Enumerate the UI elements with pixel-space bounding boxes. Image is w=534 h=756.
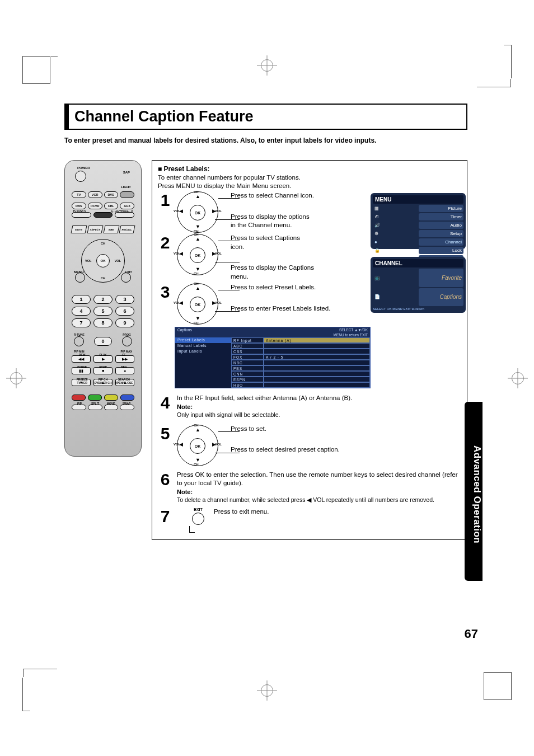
registration-mark: [10, 372, 22, 384]
intro-text: To enter preset and manual labels for de…: [64, 137, 467, 144]
vol-r: VOL: [115, 259, 121, 262]
key-2: 2: [93, 295, 113, 304]
step-num: 3: [158, 283, 172, 301]
step-num: 6: [158, 471, 172, 489]
ct-left: [175, 382, 231, 388]
aspect-btn: ASPECT: [87, 226, 103, 233]
step-1b: Press to display the options in the Chan…: [231, 213, 315, 230]
keypad: 1 2 3 4 5 6 7 8 9: [72, 295, 134, 327]
ct-cell: [264, 349, 370, 354]
crop-mark: [504, 45, 512, 78]
vcr-btn: VCR: [88, 191, 102, 198]
ct-hdr-r1: SELECT ▲▼/OK: [339, 328, 368, 332]
ct-cell: CNN: [231, 371, 264, 377]
note-text: Only input with signal will be selectabl…: [177, 411, 461, 419]
ct-left: [175, 371, 231, 377]
aux-btn: AUX: [120, 203, 134, 209]
menu-btn: [75, 273, 85, 283]
key-0: 0: [94, 337, 112, 346]
step-num: 4: [158, 394, 172, 412]
ct-cell: [264, 360, 370, 365]
step-num: 5: [158, 425, 172, 443]
step-4-body: In the RF Input field, select either Ant…: [177, 394, 461, 403]
step-7a: Press to exit menu.: [214, 508, 461, 516]
step-3: 3 OK CHCH VOLVOL ▲▼◀▶ Press to select Pr…: [158, 283, 461, 323]
exit-btn: [121, 273, 131, 283]
step-1a: Press to select Channel icon.: [231, 191, 315, 200]
key-5: 5: [93, 307, 113, 316]
step-5b: Press to select desired preset caption.: [231, 445, 461, 454]
ct-left: Input Labels: [175, 349, 231, 354]
ct-cell: ABC: [231, 343, 264, 349]
ct-cell: Antenna (A): [264, 337, 370, 343]
vol-l: VOL: [85, 259, 91, 262]
key-6: 6: [115, 307, 134, 316]
key-4: 4: [72, 307, 91, 316]
step-num: 2: [158, 234, 172, 252]
page-title: Channel Caption Feature: [74, 108, 461, 125]
ct-left: [175, 360, 231, 365]
blue-btn: [120, 395, 134, 401]
prog-btn: [122, 336, 132, 346]
nav-ring: OK CH CH VOL VOL: [81, 239, 125, 283]
key-3: 3: [115, 295, 134, 304]
section-intro-2: Press MENU to display the Main Menu scre…: [158, 182, 461, 189]
ct-hdr-r2: MENU to return EXIT: [334, 333, 368, 337]
ok-btn: OK: [96, 254, 110, 267]
ct-left: Preset Labels: [175, 337, 231, 343]
step-7: 7 EXIT Press to exit menu.: [158, 508, 461, 533]
exit-icon: EXIT: [187, 508, 209, 533]
ct-cell: HBO: [231, 382, 264, 388]
rcvr-btn: RCVR: [88, 203, 102, 209]
crop-mark: [22, 56, 50, 84]
step-2a: Press to select Captions icon.: [231, 234, 315, 251]
nav-icon: OK CHCH VOLVOL ▲▼◀▶: [177, 425, 226, 465]
remote-control-illustration: POWER SAP LIGHT TV VCR DVD DBS RCVR CBL …: [64, 160, 142, 457]
swap-btn: [120, 405, 134, 410]
nav-icon: OK CHCH VOLVOL ▲▼◀▶: [177, 191, 226, 232]
step-2b: Press to display the Captions menu.: [231, 264, 315, 281]
quad-buttons: [72, 405, 134, 410]
nav-icon: OK CHCH VOLVOL ▲▼◀▶: [177, 283, 226, 323]
sap-label: SAP: [123, 171, 130, 174]
wide-buttons: [72, 212, 134, 218]
step-num: 1: [158, 191, 172, 209]
ff-btn: ▶▶: [115, 355, 134, 363]
note-text: To delete a channel number, while select…: [177, 496, 461, 504]
step-2: 2 OK CHCH VOLVOL ▲▼◀▶ Press to select Ca…: [158, 234, 461, 281]
dbs-btn: DBS: [72, 203, 86, 209]
ct-cell: [264, 371, 370, 377]
ct-left: [175, 365, 231, 371]
exit-label: EXIT: [187, 508, 209, 511]
ct-cell: [264, 377, 370, 382]
transport-labels-3b: TV/VCRDVD/VCR CHOPEN/CLOSE: [72, 381, 134, 384]
section-header: ■ Preset Labels:: [158, 165, 461, 173]
step-4: 4 In the RF Input field, select either A…: [158, 394, 461, 419]
rew-btn: ◀◀: [72, 355, 91, 363]
green-btn: [88, 395, 102, 401]
note-label: Note:: [177, 403, 461, 411]
page-content: Channel Caption Feature To enter preset …: [64, 104, 467, 540]
crop-mark: [22, 678, 30, 711]
transport-labels-2: PAUSESTOPREC: [72, 365, 134, 369]
registration-mark: [512, 372, 524, 384]
recall-btn: RECALL: [119, 226, 135, 233]
ct-cell: A / 2 - 5: [264, 354, 370, 360]
skew-buttons: MUTE ASPECT BBE RECALL: [72, 226, 134, 233]
blank-btn: [120, 191, 134, 198]
step-3b: Press to enter Preset Labels listed.: [231, 304, 461, 313]
step-num: 7: [158, 508, 172, 525]
ct-cell: ESPN: [231, 377, 264, 382]
key-1: 1: [72, 295, 91, 304]
bbe-btn: BBE: [103, 226, 119, 233]
play-btn: ▶: [93, 355, 113, 363]
section-tab: Advanced Operation: [465, 402, 483, 581]
sd-btn: [93, 212, 113, 218]
dvd-btn: DVD: [104, 191, 119, 198]
crop-mark: [484, 672, 512, 700]
color-buttons: [72, 395, 134, 401]
note-label: Note:: [177, 488, 461, 496]
ch-dn: CH: [101, 276, 105, 280]
antenna-btn: [115, 212, 134, 218]
ct-cell: NBC: [231, 360, 264, 365]
